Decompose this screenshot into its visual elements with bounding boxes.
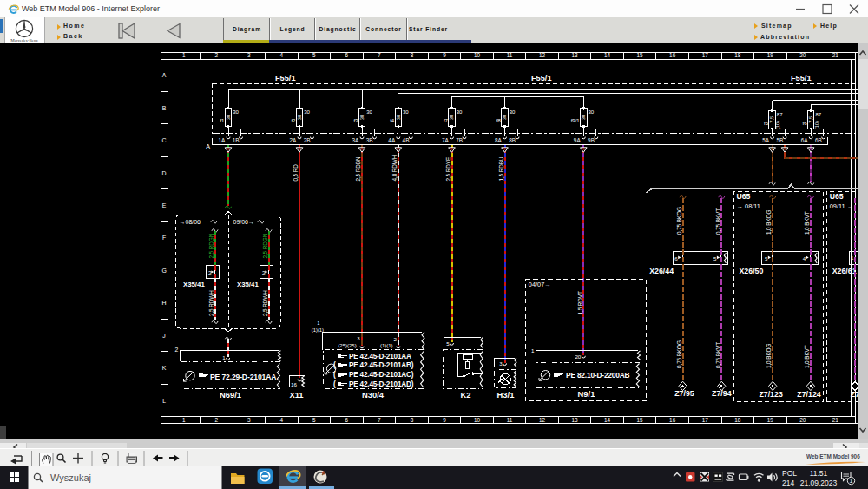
- svg-text:X26/44: X26/44: [649, 267, 674, 275]
- svg-text:U65: U65: [830, 192, 844, 201]
- svg-text:12: 12: [539, 417, 546, 423]
- svg-text:(10): (10): [814, 121, 819, 129]
- svg-text:30: 30: [457, 109, 463, 115]
- svg-text:0,75 BKVT: 0,75 BKVT: [715, 342, 721, 368]
- svg-text:4: 4: [803, 255, 806, 261]
- svg-text:N69/1: N69/1: [220, 390, 241, 400]
- svg-text:f8: f8: [496, 118, 502, 123]
- svg-text:3B: 3B: [366, 137, 373, 143]
- svg-text:G: G: [161, 268, 166, 274]
- svg-text:1A: 1A: [219, 137, 227, 143]
- svg-text:7,5: 7,5: [808, 116, 813, 123]
- svg-text:D: D: [162, 170, 167, 176]
- svg-text:9A: 9A: [574, 137, 582, 143]
- svg-text:30: 30: [359, 115, 365, 120]
- svg-text:PE 72.29-D-2101AA: PE 72.29-D-2101AA: [210, 373, 276, 381]
- svg-text:1: 1: [182, 52, 186, 58]
- svg-text:6B: 6B: [815, 137, 822, 143]
- svg-text:1,5 RDBU: 1,5 RDBU: [498, 156, 504, 181]
- svg-text:X11: X11: [289, 390, 303, 400]
- svg-text:5: 5: [713, 255, 717, 261]
- svg-text:f9/1: f9/1: [571, 118, 581, 123]
- svg-text:30: 30: [304, 109, 310, 115]
- svg-text:F55/1: F55/1: [791, 74, 812, 83]
- svg-text:f5: f5: [764, 121, 769, 126]
- svg-text:X35/41: X35/41: [183, 281, 205, 288]
- svg-text:10: 10: [474, 52, 481, 58]
- svg-text:19: 19: [767, 417, 774, 423]
- svg-text:5: 5: [765, 255, 768, 261]
- svg-text:1,0 BKVT: 1,0 BKVT: [804, 211, 810, 235]
- svg-text:2,5 RDGN: 2,5 RDGN: [208, 233, 214, 258]
- svg-text:8: 8: [411, 417, 414, 423]
- svg-text:L: L: [162, 398, 166, 404]
- svg-text:0,5 RD: 0,5 RD: [293, 164, 299, 182]
- svg-text:87: 87: [815, 112, 821, 117]
- svg-text:17: 17: [702, 417, 709, 423]
- svg-text:9: 9: [443, 417, 446, 423]
- svg-text:U65: U65: [737, 192, 751, 201]
- svg-text:F55/1: F55/1: [531, 74, 552, 83]
- svg-text:1,0 BKVT: 1,0 BKVT: [804, 345, 810, 368]
- svg-text:K: K: [162, 365, 167, 371]
- svg-text:6: 6: [345, 52, 349, 58]
- svg-text:(: (: [333, 371, 336, 379]
- svg-text:3A: 3A: [352, 137, 360, 143]
- svg-text:6: 6: [345, 417, 349, 423]
- svg-text:16: 16: [669, 417, 676, 423]
- svg-text:7: 7: [378, 52, 381, 58]
- svg-text:17: 17: [702, 52, 709, 58]
- svg-text:30: 30: [502, 115, 507, 120]
- svg-text:(10): (10): [775, 121, 780, 129]
- svg-text:1: 1: [851, 254, 854, 261]
- svg-text:2B: 2B: [304, 137, 311, 143]
- svg-text:30: 30: [589, 109, 595, 115]
- svg-text:1: 1: [317, 320, 319, 326]
- svg-text:8A: 8A: [495, 137, 503, 143]
- svg-text:21: 21: [832, 52, 839, 58]
- svg-text:E: E: [162, 202, 167, 208]
- svg-text:6: 6: [674, 255, 678, 261]
- svg-text:12: 12: [539, 52, 546, 58]
- svg-text:H3/1: H3/1: [497, 390, 515, 400]
- svg-text:f6: f6: [803, 121, 808, 126]
- svg-text:2,5 RDBN: 2,5 RDBN: [355, 156, 361, 181]
- svg-text:8: 8: [411, 52, 414, 58]
- svg-text:14: 14: [604, 417, 611, 423]
- svg-text:7,5: 7,5: [769, 116, 774, 123]
- svg-text:13: 13: [572, 52, 579, 58]
- svg-text:2,5 RDGN: 2,5 RDGN: [262, 233, 268, 258]
- svg-text:X35/41: X35/41: [237, 281, 259, 288]
- svg-text:16: 16: [291, 381, 297, 387]
- svg-text:1,0 BKOG: 1,0 BKOG: [766, 344, 772, 368]
- svg-text:2,5 RDWH: 2,5 RDWH: [262, 290, 268, 316]
- svg-text:20: 20: [799, 52, 806, 58]
- svg-text:1B: 1B: [233, 137, 240, 143]
- svg-text:20: 20: [799, 417, 806, 423]
- svg-text:(25)(25): (25)(25): [338, 343, 356, 348]
- svg-text:Mercedes-Benz: Mercedes-Benz: [10, 38, 38, 43]
- svg-text:19: 19: [767, 52, 774, 58]
- svg-text:1: 1: [850, 478, 853, 484]
- svg-text:2,5 RDWH: 2,5 RDWH: [208, 290, 214, 316]
- svg-text:214: 214: [782, 479, 794, 487]
- svg-text:f7: f7: [444, 118, 449, 123]
- svg-text:09/06→: 09/06→: [233, 219, 255, 225]
- svg-text:2,5 RDYE: 2,5 RDYE: [445, 157, 451, 182]
- svg-text:5: 5: [312, 52, 316, 58]
- svg-text:5: 5: [312, 417, 316, 423]
- svg-text:POL: POL: [782, 469, 797, 478]
- svg-text:3: 3: [357, 335, 360, 341]
- svg-text:f1: f1: [220, 118, 225, 123]
- svg-text:30: 30: [297, 115, 302, 120]
- svg-text:18: 18: [734, 52, 741, 58]
- svg-text:J: J: [162, 333, 165, 339]
- svg-text:3: 3: [247, 52, 251, 58]
- svg-text:Z7/123: Z7/123: [759, 390, 782, 399]
- svg-text:30: 30: [510, 109, 516, 115]
- svg-text:F: F: [162, 235, 166, 241]
- svg-text:16: 16: [669, 52, 676, 58]
- svg-text:30: 30: [226, 115, 231, 120]
- svg-text:2: 2: [214, 52, 218, 58]
- svg-text:21: 21: [832, 417, 839, 423]
